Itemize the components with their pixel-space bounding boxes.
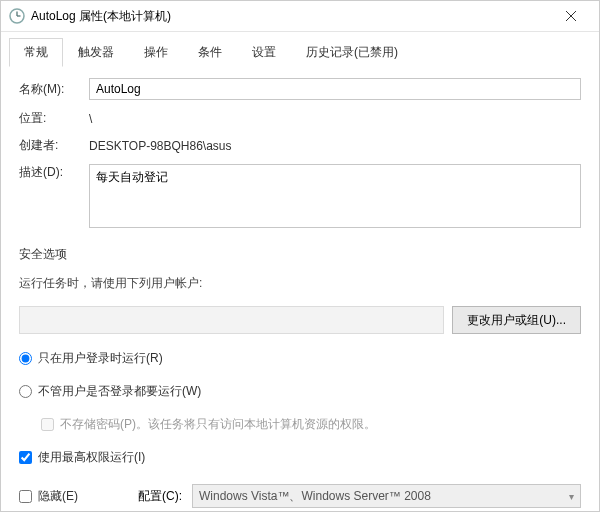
highest-privileges[interactable]: 使用最高权限运行(I) bbox=[19, 449, 581, 466]
tab-general[interactable]: 常规 bbox=[9, 38, 63, 67]
runas-label: 运行任务时，请使用下列用户帐户: bbox=[19, 275, 581, 292]
close-button[interactable] bbox=[551, 1, 591, 31]
highest-privileges-label: 使用最高权限运行(I) bbox=[38, 449, 145, 466]
hidden-check[interactable]: 隐藏(E) bbox=[19, 488, 78, 505]
radio-any-time[interactable]: 不管用户是否登录都要运行(W) bbox=[19, 383, 581, 400]
name-label: 名称(M): bbox=[19, 81, 81, 98]
user-account-display bbox=[19, 306, 444, 334]
window-title: AutoLog 属性(本地计算机) bbox=[31, 8, 551, 25]
no-store-password-input bbox=[41, 418, 54, 431]
tab-history[interactable]: 历史记录(已禁用) bbox=[291, 38, 413, 67]
hidden-check-input[interactable] bbox=[19, 490, 32, 503]
highest-privileges-input[interactable] bbox=[19, 451, 32, 464]
security-title: 安全选项 bbox=[19, 246, 581, 263]
chevron-down-icon: ▾ bbox=[569, 491, 574, 502]
name-input[interactable] bbox=[89, 78, 581, 100]
location-row: 位置: \ bbox=[19, 110, 581, 127]
desc-input[interactable] bbox=[89, 164, 581, 228]
tab-triggers[interactable]: 触发器 bbox=[63, 38, 129, 67]
radio-logged-on-input[interactable] bbox=[19, 352, 32, 365]
radio-logged-on[interactable]: 只在用户登录时运行(R) bbox=[19, 350, 581, 367]
config-label: 配置(C): bbox=[138, 488, 182, 505]
close-icon bbox=[566, 11, 576, 21]
hidden-check-label: 隐藏(E) bbox=[38, 488, 78, 505]
creator-row: 创建者: DESKTOP-98BQH86\asus bbox=[19, 137, 581, 154]
config-row: 隐藏(E) 配置(C): Windows Vista™、Windows Serv… bbox=[19, 484, 581, 508]
tab-conditions[interactable]: 条件 bbox=[183, 38, 237, 67]
no-store-password: 不存储密码(P)。该任务将只有访问本地计算机资源的权限。 bbox=[41, 416, 581, 433]
radio-any-time-label: 不管用户是否登录都要运行(W) bbox=[38, 383, 201, 400]
radio-logged-on-label: 只在用户登录时运行(R) bbox=[38, 350, 163, 367]
change-user-button[interactable]: 更改用户或组(U)... bbox=[452, 306, 581, 334]
desc-row: 描述(D): bbox=[19, 164, 581, 228]
config-select[interactable]: Windows Vista™、Windows Server™ 2008 ▾ bbox=[192, 484, 581, 508]
app-icon bbox=[9, 8, 25, 24]
location-value: \ bbox=[89, 112, 581, 126]
tab-actions[interactable]: 操作 bbox=[129, 38, 183, 67]
tab-bar: 常规 触发器 操作 条件 设置 历史记录(已禁用) bbox=[1, 34, 599, 67]
tab-settings[interactable]: 设置 bbox=[237, 38, 291, 67]
creator-value: DESKTOP-98BQH86\asus bbox=[89, 139, 581, 153]
titlebar: AutoLog 属性(本地计算机) bbox=[1, 1, 599, 32]
radio-any-time-input[interactable] bbox=[19, 385, 32, 398]
no-store-password-label: 不存储密码(P)。该任务将只有访问本地计算机资源的权限。 bbox=[60, 416, 376, 433]
location-label: 位置: bbox=[19, 110, 81, 127]
creator-label: 创建者: bbox=[19, 137, 81, 154]
tab-content: 名称(M): 位置: \ 创建者: DESKTOP-98BQH86\asus 描… bbox=[1, 66, 599, 508]
name-row: 名称(M): bbox=[19, 78, 581, 100]
user-row: 更改用户或组(U)... bbox=[19, 306, 581, 334]
config-select-value: Windows Vista™、Windows Server™ 2008 bbox=[199, 488, 431, 505]
desc-label: 描述(D): bbox=[19, 164, 81, 181]
